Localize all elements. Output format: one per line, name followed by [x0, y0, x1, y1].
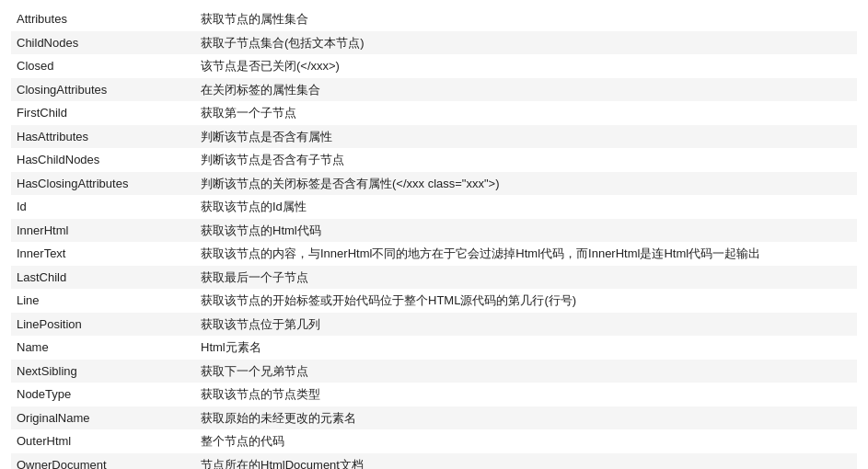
- table-row: ChildNodes获取子节点集合(包括文本节点): [11, 31, 857, 55]
- property-desc: 判断该节点是否含有子节点: [195, 148, 857, 172]
- property-name: Closed: [11, 54, 195, 78]
- property-desc: 获取该节点的开始标签或开始代码位于整个HTML源代码的第几行(行号): [195, 289, 857, 313]
- property-name: LinePosition: [11, 313, 195, 337]
- property-desc: 获取该节点的内容，与InnerHtml不同的地方在于它会过滤掉Html代码，而I…: [195, 242, 857, 266]
- table-row: NameHtml元素名: [11, 336, 857, 360]
- property-desc: Html元素名: [195, 336, 857, 360]
- property-desc: 整个节点的代码: [195, 429, 857, 453]
- table-row: HasClosingAttributes判断该节点的关闭标签是否含有属性(</x…: [11, 172, 857, 196]
- property-desc: 判断该节点是否含有属性: [195, 125, 857, 149]
- property-desc: 获取子节点集合(包括文本节点): [195, 31, 857, 55]
- property-desc: 获取节点的属性集合: [195, 7, 857, 31]
- table-row: FirstChild获取第一个子节点: [11, 101, 857, 125]
- table-row: LinePosition获取该节点位于第几列: [11, 313, 857, 337]
- table-row: OwnerDocument节点所在的HtmlDocument文档: [11, 453, 857, 470]
- table-row: Closed该节点是否已关闭(</xxx>): [11, 54, 857, 78]
- property-name: OriginalName: [11, 406, 195, 430]
- property-desc: 判断该节点的关闭标签是否含有属性(</xxx class="xxx">): [195, 172, 857, 196]
- property-name: LastChild: [11, 266, 195, 290]
- property-table: Attributes获取节点的属性集合ChildNodes获取子节点集合(包括文…: [11, 7, 857, 469]
- property-desc: 节点所在的HtmlDocument文档: [195, 453, 857, 470]
- table-row: NextSibling获取下一个兄弟节点: [11, 360, 857, 383]
- property-name: OwnerDocument: [11, 453, 195, 470]
- table-row: LastChild获取最后一个子节点: [11, 266, 857, 290]
- property-name: ClosingAttributes: [11, 78, 195, 102]
- property-desc: 获取该节点位于第几列: [195, 313, 857, 337]
- table-row: HasAttributes判断该节点是否含有属性: [11, 125, 857, 149]
- property-name: ChildNodes: [11, 31, 195, 55]
- property-desc: 在关闭标签的属性集合: [195, 78, 857, 102]
- table-row: NodeType获取该节点的节点类型: [11, 383, 857, 406]
- property-name: Id: [11, 195, 195, 219]
- property-desc: 该节点是否已关闭(</xxx>): [195, 54, 857, 78]
- property-name: Attributes: [11, 7, 195, 31]
- property-name: Name: [11, 336, 195, 360]
- property-desc: 获取该节点的节点类型: [195, 383, 857, 406]
- table-row: InnerText获取该节点的内容，与InnerHtml不同的地方在于它会过滤掉…: [11, 242, 857, 266]
- table-row: ClosingAttributes在关闭标签的属性集合: [11, 78, 857, 102]
- table-row: Line获取该节点的开始标签或开始代码位于整个HTML源代码的第几行(行号): [11, 289, 857, 313]
- property-name: HasAttributes: [11, 125, 195, 149]
- property-name: FirstChild: [11, 101, 195, 125]
- property-desc: 获取该节点的Html代码: [195, 219, 857, 243]
- property-name: InnerHtml: [11, 219, 195, 243]
- table-row: OuterHtml整个节点的代码: [11, 429, 857, 453]
- property-name: NodeType: [11, 383, 195, 406]
- property-name: OuterHtml: [11, 429, 195, 453]
- table-row: Attributes获取节点的属性集合: [11, 7, 857, 31]
- property-name: Line: [11, 289, 195, 313]
- table-row: Id获取该节点的Id属性: [11, 195, 857, 219]
- property-desc: 获取最后一个子节点: [195, 266, 857, 290]
- property-desc: 获取下一个兄弟节点: [195, 360, 857, 383]
- property-desc: 获取该节点的Id属性: [195, 195, 857, 219]
- table-row: HasChildNodes判断该节点是否含有子节点: [11, 148, 857, 172]
- property-desc: 获取原始的未经更改的元素名: [195, 406, 857, 430]
- property-desc: 获取第一个子节点: [195, 101, 857, 125]
- property-name: NextSibling: [11, 360, 195, 383]
- property-name: InnerText: [11, 242, 195, 266]
- table-row: OriginalName获取原始的未经更改的元素名: [11, 406, 857, 430]
- table-row: InnerHtml获取该节点的Html代码: [11, 219, 857, 243]
- property-name: HasChildNodes: [11, 148, 195, 172]
- property-name: HasClosingAttributes: [11, 172, 195, 196]
